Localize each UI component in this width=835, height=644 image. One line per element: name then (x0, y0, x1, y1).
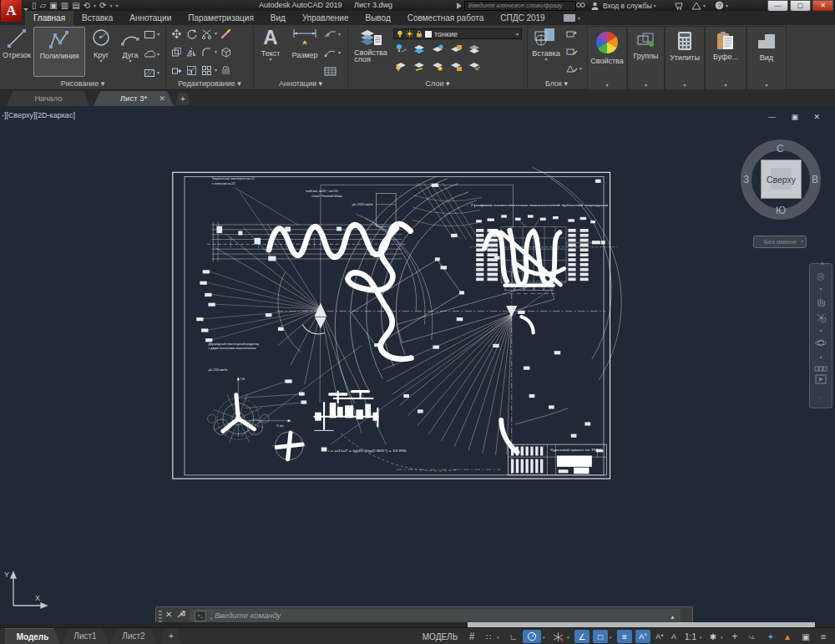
annotation-scale-value[interactable]: 1:1 (681, 630, 700, 643)
annotation-autoscale-toggle[interactable]: A* (653, 630, 666, 643)
wheel-dropdown-icon[interactable]: ▾ (810, 286, 832, 292)
trim-dropdown-icon[interactable]: ▾ (215, 32, 217, 36)
search-icon[interactable] (576, 1, 585, 10)
hatch-tool[interactable]: ▾ (144, 68, 159, 78)
snap-toggle[interactable]: ∷ (482, 630, 495, 643)
pan-icon[interactable] (810, 296, 832, 308)
viewcube-east[interactable]: В (812, 174, 818, 185)
file-tab-start[interactable]: Начало (7, 91, 90, 106)
dimension-button[interactable]: Размер (287, 27, 322, 59)
ribbon-tab-vyvod[interactable]: Вывод (357, 11, 399, 25)
ribbon-tab-spds[interactable]: СПДС 2019 (492, 11, 553, 25)
panel-label-draw[interactable]: Рисование ▾ (0, 78, 165, 89)
navbar-close-icon[interactable]: ✕ (812, 261, 833, 267)
navigation-bar[interactable]: ◎ ▾ ▾ ▾ ✕ ◦ (809, 263, 832, 408)
app-menu-arrow-icon[interactable] (23, 8, 28, 13)
save-icon[interactable]: ▣ (49, 1, 57, 11)
offset-icon[interactable] (219, 65, 232, 76)
app-store-icon[interactable] (675, 1, 684, 10)
ribbon-tab-upravlenie[interactable]: Управление (294, 11, 357, 25)
ribbon-tab-annotacii[interactable]: Аннотации (121, 11, 180, 25)
polar-tracking-toggle[interactable] (523, 630, 541, 643)
ribbon-tab-vstavka[interactable]: Вставка (73, 11, 121, 25)
polyline-button[interactable]: Полилиния (33, 27, 85, 77)
table-tool[interactable] (324, 67, 337, 76)
circle-button[interactable]: Круг ▾ (87, 27, 115, 63)
app-menu-button[interactable]: A (1, 0, 22, 22)
mleader-tool[interactable]: ▾ (324, 30, 341, 38)
leader-tool[interactable]: ▾ (324, 48, 341, 57)
isolate-objects-icon[interactable]: ▫▵ (743, 630, 760, 643)
layout-tab-list2[interactable]: Лист2 (110, 628, 157, 644)
text-button[interactable]: А Текст ▾ (257, 27, 284, 62)
insert-button[interactable]: Вставка ▾ (529, 27, 563, 62)
command-input[interactable]: >_▾ Введите команду ▲ (190, 609, 681, 622)
layer-tools-row1[interactable] (395, 43, 481, 55)
command-grip[interactable] (159, 611, 162, 622)
fillet-dropdown-icon[interactable]: ▾ (215, 50, 217, 54)
spds-toolbar-icon[interactable]: ▾ (564, 11, 580, 25)
ortho-toggle[interactable]: ∟ (508, 630, 519, 643)
autodesk-app-icon[interactable]: ▾ (691, 1, 706, 10)
otrack-toggle[interactable]: ∠ (574, 630, 590, 643)
panel-clipboard[interactable]: Буфе... ▾ (705, 26, 746, 90)
erase-icon[interactable] (219, 28, 232, 39)
orbit-dropdown-icon[interactable]: ▾ (810, 354, 832, 360)
undo-dropdown-icon[interactable]: ▾ (94, 1, 96, 11)
layout-new-tab[interactable]: + (160, 628, 182, 644)
edit-block-tool[interactable] (566, 47, 578, 56)
help-icon[interactable]: ?▾ (715, 1, 728, 10)
new-file-icon[interactable]: ▯ (32, 1, 37, 11)
array-dropdown-icon[interactable]: ▾ (215, 68, 217, 73)
mirror-icon[interactable] (185, 47, 198, 58)
clean-screen-icon[interactable]: ▣ (798, 630, 813, 643)
annotation-visibility-toggle[interactable]: A° (635, 630, 650, 643)
model-space-toggle[interactable]: МОДЕЛЬ (420, 630, 460, 643)
panel-label-annot[interactable]: Аннотации ▾ (254, 78, 347, 89)
panel-view[interactable]: Вид ▾ (746, 26, 787, 90)
layer-tools-row2[interactable] (395, 60, 481, 72)
orbit-icon[interactable] (810, 337, 832, 350)
navbar-customize-icon[interactable]: ◦ (810, 394, 832, 400)
drawing-canvas[interactable]: Зацепление шестерни zш-11 с колесом zк-2… (0, 106, 835, 644)
move-icon[interactable] (170, 28, 183, 39)
layout-tab-model[interactable]: Модель (5, 628, 60, 644)
viewcube-west[interactable]: З (743, 174, 749, 185)
array-icon[interactable] (200, 65, 213, 76)
viewcube-south[interactable]: Ю (776, 205, 786, 216)
tab-close-icon[interactable]: ✕ (159, 91, 165, 106)
viewcube-north[interactable]: С (777, 143, 784, 155)
file-tab-sheet3[interactable]: Лист 3*✕ (94, 91, 174, 106)
arc-button[interactable]: Дуга ▾ (117, 27, 144, 63)
play-icon[interactable] (810, 374, 832, 386)
redo-icon[interactable]: ⟳ (99, 1, 106, 11)
search-input[interactable]: Введите ключевое слово/фразу (464, 1, 576, 11)
layout-tab-list1[interactable]: Лист1 (62, 628, 109, 644)
panel-properties[interactable]: Свойства ▾ (587, 26, 627, 90)
command-close-icon[interactable]: ✕ (165, 610, 172, 619)
panel-label-layers[interactable]: Слои ▾ (348, 78, 527, 89)
panel-label-block[interactable]: Блок ▾ (528, 78, 585, 89)
lineweight-toggle[interactable]: ≡ (617, 630, 632, 643)
signin-label[interactable]: Вход в службы▾ (603, 1, 656, 10)
zoom-dropdown-icon[interactable]: ▾ (810, 327, 832, 333)
close-button[interactable]: ✕ (812, 0, 833, 12)
panel-utilities[interactable]: Утилиты ▾ (665, 26, 705, 90)
maximize-button[interactable]: ▢ (790, 0, 811, 12)
ribbon-tab-sovmestnaya[interactable]: Совместная работа (399, 11, 493, 25)
hardware-accel-icon[interactable]: ✦ (763, 630, 778, 643)
open-file-icon[interactable]: ▱ (40, 1, 47, 11)
panel-label-edit[interactable]: Редактирование ▾ (166, 78, 253, 89)
layer-combo[interactable]: тонкие ▾ (393, 28, 522, 39)
annotation-scale-icon[interactable]: A (668, 630, 680, 643)
command-history-icon[interactable]: ▲ (670, 614, 676, 620)
layer-properties-button[interactable]: Свойстваслоя (352, 27, 390, 63)
panel-groups[interactable]: Группы ▾ (627, 26, 665, 90)
stretch-icon[interactable] (170, 65, 183, 76)
minimize-button[interactable]: — (767, 0, 788, 12)
undo-icon[interactable]: ⟲ (84, 1, 90, 11)
rotate-icon[interactable] (185, 28, 198, 39)
save-as-icon[interactable]: ▥ (61, 1, 68, 11)
fillet-icon[interactable] (200, 47, 213, 58)
plan-view-icon[interactable]: + (728, 630, 741, 643)
